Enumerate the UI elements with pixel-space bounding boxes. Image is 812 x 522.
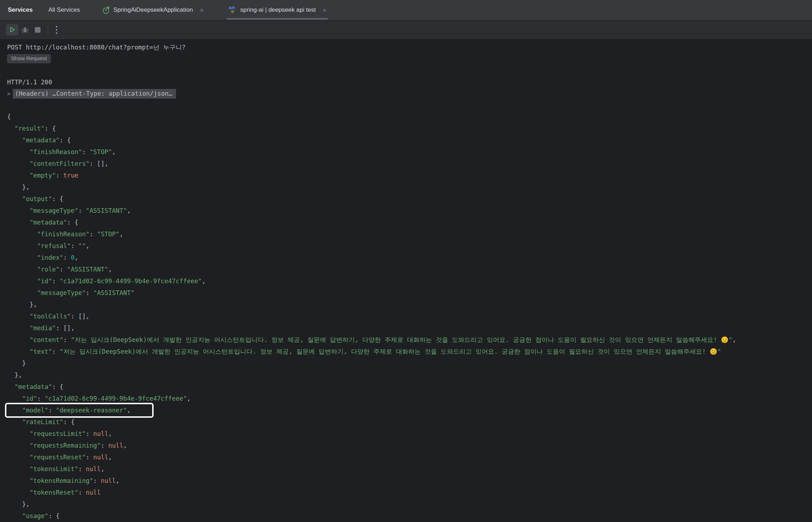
json-line: "output": {	[7, 193, 812, 205]
json-line: "tokensLimit": null,	[7, 463, 812, 475]
json-line: },	[7, 499, 812, 510]
json-line: "messageType": "ASSISTANT"	[7, 287, 812, 299]
json-line: "contentFilters": [],	[7, 158, 812, 170]
json-line: "refusal": "",	[7, 240, 812, 252]
more-options-button[interactable]	[52, 24, 62, 36]
json-line: "tokensRemaining": null,	[7, 475, 812, 487]
http-response-console: POST http://localhost:8080/chat?prompt=넌…	[0, 39, 812, 522]
json-line: "requestsRemaining": null,	[7, 440, 812, 452]
json-line: "role": "ASSISTANT",	[7, 264, 812, 275]
json-line: },	[7, 299, 812, 311]
services-tabbar: Services All Services SpringAiDeepseekAp…	[0, 0, 812, 20]
json-line: "requestsLimit": null,	[7, 428, 812, 440]
spring-boot-run-icon	[102, 6, 110, 14]
json-response-body: { "result": { "metadata": { "finishReaso…	[7, 111, 812, 522]
json-line: "tokensReset": null	[7, 487, 812, 499]
json-line: "finishReason": "STOP",	[7, 146, 812, 158]
request-line: POST http://localhost:8080/chat?prompt=넌…	[7, 43, 812, 52]
chevron-right-icon[interactable]: >	[7, 90, 13, 97]
json-line: "model": "deepseek-reasoner",	[7, 405, 812, 416]
json-line: "rateLimit": {	[7, 416, 812, 428]
json-line: "metadata": {	[7, 135, 812, 146]
json-line: "media": [],	[7, 322, 812, 334]
status-line: HTTP/1.1 200	[7, 78, 812, 87]
toolbar-separator	[48, 25, 48, 35]
headers-fold-line[interactable]: > (Headers) …Content-Type: application/j…	[7, 89, 812, 98]
json-line: "metadata": {	[7, 381, 812, 393]
svg-text:API: API	[229, 6, 235, 10]
json-line: "usage": {	[7, 510, 812, 522]
json-line: "empty": true	[7, 170, 812, 181]
tab-label: spring-ai | deepseek api test	[240, 6, 316, 14]
tool-window-title: Services	[8, 0, 33, 20]
bug-icon	[21, 26, 29, 33]
json-line: "id": "c1a71d02-6c99-4499-9b4e-9fce47cff…	[7, 393, 812, 405]
show-request-button[interactable]: Show Request	[7, 54, 51, 63]
json-line: "toolCalls": [],	[7, 311, 812, 322]
run-toolbar	[0, 20, 812, 39]
tab-label: SpringAiDeepseekApplication	[113, 6, 193, 14]
json-line: "result": {	[7, 123, 812, 135]
json-line: "text": "저는 딥시크(DeepSeek)에서 개발한 인공지능 어시스…	[7, 346, 812, 358]
json-line: "requestsReset": null,	[7, 452, 812, 463]
json-line: {	[7, 111, 812, 123]
close-icon[interactable]: ×	[322, 7, 326, 14]
json-line: "finishReason": "STOP",	[7, 228, 812, 240]
tab-springaideepseekapplication[interactable]: SpringAiDeepseekApplication ×	[100, 0, 206, 20]
run-button[interactable]	[6, 24, 18, 36]
run-icon	[9, 26, 16, 33]
json-line: },	[7, 369, 812, 381]
json-line: "id": "c1a71d02-6c99-4499-9b4e-9fce47cff…	[7, 275, 812, 287]
tab-all-services[interactable]: All Services	[48, 0, 80, 20]
json-line: },	[7, 181, 812, 193]
json-line: "messageType": "ASSISTANT",	[7, 205, 812, 217]
stop-icon	[35, 27, 41, 33]
json-line: "metadata": {	[7, 217, 812, 228]
close-icon[interactable]: ×	[200, 7, 204, 14]
http-client-api-icon: API	[228, 5, 237, 15]
json-line: }	[7, 358, 812, 369]
debug-button[interactable]	[18, 24, 31, 36]
tab-spring-ai-deepseek-api-test[interactable]: API spring-ai | deepseek api test ×	[226, 0, 328, 20]
json-line: "index": 0,	[7, 252, 812, 264]
headers-folded-region[interactable]: (Headers) …Content-Type: application/jso…	[13, 89, 176, 99]
stop-button[interactable]	[31, 24, 44, 36]
json-line: "content": "저는 딥시크(DeepSeek)에서 개발한 인공지능 …	[7, 334, 812, 346]
